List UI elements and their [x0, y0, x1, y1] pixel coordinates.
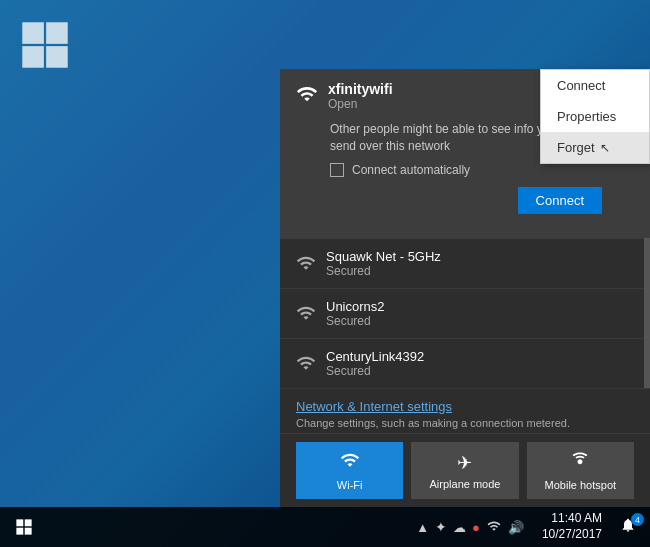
wifi-icon-squawk [296, 253, 316, 277]
taskbar-left [4, 507, 44, 547]
network-name-squawk: Squawk Net - 5GHz [326, 249, 634, 264]
auto-connect-label: Connect automatically [352, 163, 470, 177]
tray-icon-1[interactable]: ✦ [435, 519, 447, 535]
network-item-squawk[interactable]: Squawk Net - 5GHz Secured [280, 238, 650, 288]
hotspot-quick-icon [570, 450, 590, 475]
airplane-quick-label: Airplane mode [430, 478, 501, 490]
network-settings-section: Network & Internet settings Change setti… [280, 388, 650, 433]
clock-date: 10/27/2017 [542, 527, 602, 543]
tray-icon-2[interactable]: ☁ [453, 520, 466, 535]
notification-button[interactable]: 4 [614, 517, 642, 537]
context-menu-forget[interactable]: Forget ↖ [541, 132, 649, 163]
context-menu-properties[interactable]: Properties [541, 101, 649, 132]
notification-badge: 4 [631, 513, 644, 526]
network-status-unicorns: Secured [326, 314, 634, 328]
network-item-unicorns[interactable]: Unicorns2 Secured [280, 288, 650, 338]
clock-time: 11:40 AM [551, 511, 602, 527]
tray-volume-icon[interactable]: 🔊 [508, 520, 524, 535]
network-status-squawk: Secured [326, 264, 634, 278]
network-settings-link[interactable]: Network & Internet settings [296, 399, 634, 414]
active-network-name: xfinitywifi [328, 81, 393, 97]
context-menu-connect[interactable]: Connect [541, 70, 649, 101]
network-info-unicorns: Unicorns2 Secured [326, 299, 634, 328]
quick-action-hotspot[interactable]: Mobile hotspot [527, 442, 634, 499]
svg-rect-4 [16, 519, 23, 526]
active-network-status: Open [328, 97, 393, 111]
network-item-centurylink[interactable]: CenturyLink4392 Secured [280, 338, 650, 388]
taskbar: ▲ ✦ ☁ ● 🔊 11:40 AM 10/27/2017 [0, 507, 650, 547]
airplane-quick-icon: ✈ [457, 452, 472, 474]
active-network-info: xfinitywifi Open [328, 81, 393, 111]
start-button[interactable] [4, 507, 44, 547]
wifi-signal-icon [296, 83, 318, 109]
quick-action-wifi[interactable]: Wi-Fi [296, 442, 403, 499]
active-network-section: xfinitywifi Open Connect Properties Forg… [280, 69, 650, 238]
wifi-icon-unicorns [296, 303, 316, 327]
tray-wifi-icon[interactable] [486, 519, 502, 536]
svg-rect-2 [22, 46, 44, 68]
wifi-panel: xfinitywifi Open Connect Properties Forg… [280, 69, 650, 507]
quick-action-airplane[interactable]: ✈ Airplane mode [411, 442, 518, 499]
network-info-centurylink: CenturyLink4392 Secured [326, 349, 634, 378]
svg-rect-1 [46, 22, 68, 44]
taskbar-right: ▲ ✦ ☁ ● 🔊 11:40 AM 10/27/2017 [410, 511, 646, 542]
hotspot-quick-label: Mobile hotspot [545, 479, 617, 491]
scrollbar[interactable] [644, 238, 650, 388]
tray-icon-3[interactable]: ● [472, 520, 480, 535]
network-status-centurylink: Secured [326, 364, 634, 378]
network-settings-desc: Change settings, such as making a connec… [296, 417, 634, 429]
network-name-unicorns: Unicorns2 [326, 299, 634, 314]
wifi-quick-label: Wi-Fi [337, 479, 363, 491]
auto-connect-row: Connect automatically [330, 163, 634, 177]
wifi-icon-centurylink [296, 353, 316, 377]
wifi-quick-icon [340, 450, 360, 475]
network-info-squawk: Squawk Net - 5GHz Secured [326, 249, 634, 278]
svg-rect-6 [16, 528, 23, 535]
svg-rect-5 [25, 519, 32, 526]
network-list: Squawk Net - 5GHz Secured Unicorns2 Secu… [280, 238, 650, 388]
system-tray: ▲ ✦ ☁ ● 🔊 [410, 519, 530, 536]
context-menu: Connect Properties Forget ↖ [540, 69, 650, 164]
tray-chevron[interactable]: ▲ [416, 520, 429, 535]
taskbar-clock[interactable]: 11:40 AM 10/27/2017 [534, 511, 610, 542]
auto-connect-checkbox[interactable] [330, 163, 344, 177]
cursor-indicator: ↖ [600, 141, 610, 155]
windows-logo-area [20, 20, 80, 80]
svg-rect-7 [25, 528, 32, 535]
desktop: xfinitywifi Open Connect Properties Forg… [0, 0, 650, 547]
svg-rect-3 [46, 46, 68, 68]
network-name-centurylink: CenturyLink4392 [326, 349, 634, 364]
connect-button[interactable]: Connect [518, 187, 602, 214]
svg-rect-0 [22, 22, 44, 44]
quick-actions-bar: Wi-Fi ✈ Airplane mode Mobile hotspot [280, 433, 650, 507]
